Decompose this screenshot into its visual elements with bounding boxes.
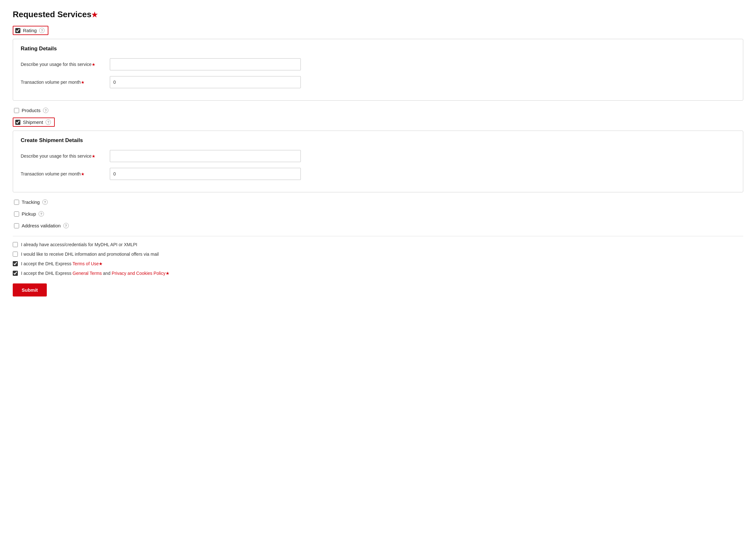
address-validation-label[interactable]: Address validation [22, 223, 61, 228]
mail-checkbox[interactable] [13, 252, 18, 257]
products-help-icon: ? [43, 108, 49, 113]
shipment-volume-input[interactable] [110, 168, 301, 180]
section-divider [13, 236, 743, 236]
tracking-help-icon: ? [42, 199, 48, 205]
privacy-check-row: I accept the DHL Express General Terms a… [13, 271, 743, 276]
bottom-checks-section: I already have access/credentials for My… [13, 242, 743, 276]
rating-service-section: Rating ? Rating Details Describe your us… [13, 26, 743, 100]
products-label[interactable]: Products [22, 108, 40, 113]
tracking-service-section: Tracking ? [13, 198, 743, 207]
products-service-section: Products ? [13, 106, 743, 115]
terms-of-use-link[interactable]: Terms of Use [72, 261, 99, 266]
privacy-cookies-link[interactable]: Privacy and Cookies Policy [112, 271, 165, 276]
address-validation-checkbox-row[interactable]: Address validation ? [13, 221, 743, 230]
rating-checkbox[interactable] [15, 28, 20, 33]
page-title: Requested Services★ [13, 9, 743, 20]
rating-volume-row: Transaction volume per month★ [21, 76, 735, 88]
shipment-usage-row: Describe your usage for this service★ [21, 150, 735, 162]
products-checkbox[interactable] [14, 108, 19, 113]
shipment-details-box: Create Shipment Details Describe your us… [13, 130, 743, 193]
mail-label: I would like to receive DHL information … [21, 252, 159, 257]
pickup-label[interactable]: Pickup [22, 211, 36, 216]
address-validation-service-section: Address validation ? [13, 221, 743, 230]
shipment-usage-label: Describe your usage for this service★ [21, 153, 103, 158]
pickup-service-section: Pickup ? [13, 209, 743, 218]
rating-details-title: Rating Details [21, 46, 735, 52]
privacy-label: I accept the DHL Express General Terms a… [21, 271, 170, 276]
products-checkbox-row[interactable]: Products ? [13, 106, 743, 115]
mydhl-label: I already have access/credentials for My… [21, 242, 137, 247]
shipment-checkbox[interactable] [15, 120, 20, 125]
rating-usage-label: Describe your usage for this service★ [21, 62, 103, 67]
pickup-help-icon: ? [38, 211, 44, 216]
shipment-usage-input[interactable] [110, 150, 301, 162]
mydhl-checkbox[interactable] [13, 242, 18, 247]
terms-check-row: I accept the DHL Express Terms of Use★ [13, 261, 743, 266]
address-validation-help-icon: ? [63, 223, 69, 228]
address-validation-checkbox[interactable] [14, 223, 19, 228]
privacy-checkbox[interactable] [13, 271, 18, 276]
mail-check-row: I would like to receive DHL information … [13, 252, 743, 257]
mydhl-check-row: I already have access/credentials for My… [13, 242, 743, 247]
pickup-checkbox-row[interactable]: Pickup ? [13, 209, 743, 218]
shipment-details-title: Create Shipment Details [21, 137, 735, 144]
rating-details-box: Rating Details Describe your usage for t… [13, 39, 743, 100]
pickup-checkbox[interactable] [14, 211, 19, 216]
terms-label: I accept the DHL Express Terms of Use★ [21, 261, 103, 266]
general-terms-link[interactable]: General Terms [72, 271, 102, 276]
submit-button[interactable]: Submit [13, 284, 47, 296]
tracking-label[interactable]: Tracking [22, 199, 40, 205]
shipment-service-section: Shipment ? Create Shipment Details Descr… [13, 118, 743, 193]
shipment-volume-label: Transaction volume per month★ [21, 171, 103, 176]
rating-volume-input[interactable] [110, 76, 301, 88]
shipment-checkbox-row[interactable]: Shipment ? [13, 118, 55, 127]
tracking-checkbox[interactable] [14, 200, 19, 205]
rating-volume-label: Transaction volume per month★ [21, 80, 103, 85]
rating-checkbox-row[interactable]: Rating ? [13, 26, 49, 35]
tracking-checkbox-row[interactable]: Tracking ? [13, 198, 743, 207]
rating-usage-input[interactable] [110, 58, 301, 70]
rating-help-icon: ? [39, 28, 44, 33]
shipment-help-icon: ? [46, 119, 51, 125]
rating-usage-row: Describe your usage for this service★ [21, 58, 735, 70]
shipment-label[interactable]: Shipment [23, 119, 43, 125]
rating-label[interactable]: Rating [23, 28, 37, 33]
terms-checkbox[interactable] [13, 261, 18, 266]
shipment-volume-row: Transaction volume per month★ [21, 168, 735, 180]
